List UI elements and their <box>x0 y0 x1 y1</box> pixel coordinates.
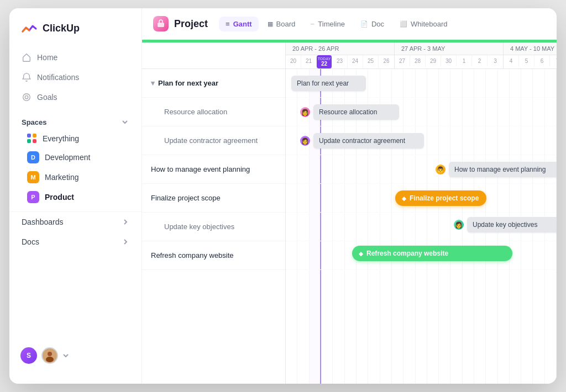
bar-7-label: Refresh company website <box>366 250 448 257</box>
date-cell: 6 <box>534 55 550 67</box>
gantt-bar-1[interactable]: Plan for next year <box>291 76 366 91</box>
svg-point-4 <box>46 357 54 362</box>
gantt-bar-2[interactable]: 👩 Resource allocation <box>313 104 399 120</box>
gantt-bar-4[interactable]: 👨 How to manage event planning <box>449 162 557 177</box>
date-cell: 25 <box>363 55 379 68</box>
gantt-area: 20 APR - 26 APR 20 21 TODAY 22 23 24 <box>142 40 557 384</box>
logo: ClickUp <box>9 19 142 48</box>
label-row-6: Update key objectives <box>142 213 285 241</box>
date-cell-today: TODAY 22 <box>317 55 332 68</box>
spaces-header: Spaces <box>9 111 142 130</box>
date-cell: 20 <box>286 55 301 68</box>
date-cell: 1 <box>457 55 472 67</box>
label-row-2: Resource allocation <box>142 98 285 126</box>
date-cell: 3 <box>488 55 503 67</box>
avatar-user1: S <box>20 347 37 364</box>
sidebar-item-notifications[interactable]: Notifications <box>15 68 136 87</box>
user-photo-icon <box>43 348 57 363</box>
date-group-1-label: 20 APR - 26 APR <box>286 43 394 55</box>
date-header: 20 APR - 26 APR 20 21 TODAY 22 23 24 <box>142 43 557 69</box>
tab-timeline[interactable]: ⏤ Timeline <box>304 17 352 31</box>
sidebar-notifications-label: Notifications <box>37 73 79 82</box>
tab-bar: ≡ Gantt ▦ Board ⏤ Timeline 📄 Doc ⬜ Wh <box>219 17 546 31</box>
date-group-3-label: 4 MAY - 10 MAY <box>504 43 557 55</box>
dashboards-label: Dashboards <box>22 218 64 226</box>
bar-3-label: Update contractor agreement <box>319 137 405 145</box>
whiteboard-icon: ⬜ <box>400 20 407 28</box>
sidebar-item-development[interactable]: D Development <box>15 147 136 167</box>
project-icon <box>153 16 169 31</box>
date-groups-container: 20 APR - 26 APR 20 21 TODAY 22 23 24 <box>286 43 557 68</box>
date-cell: 30 <box>441 55 457 67</box>
task-label-5: Finalize project scope <box>151 194 221 202</box>
label-row-4: How to manage event planning <box>142 155 285 184</box>
task-label-7: Refresh company website <box>151 251 234 259</box>
gantt-bar-6[interactable]: 👩 Update key objectives <box>467 217 557 232</box>
dropdown-icon[interactable] <box>62 352 69 359</box>
sidebar-item-product[interactable]: P Product <box>15 187 136 207</box>
project-icon-svg <box>156 19 165 28</box>
tab-whiteboard[interactable]: ⬜ Whiteboard <box>393 17 454 31</box>
spaces-label: Spaces <box>22 118 47 126</box>
sidebar-home-label: Home <box>37 53 57 62</box>
date-cell: 27 <box>395 55 410 67</box>
bar-4-label: How to manage event planning <box>454 166 546 173</box>
bar-1-label: Plan for next year <box>297 80 349 87</box>
diamond-green-icon: ◆ <box>359 251 363 257</box>
gantt-bar-7[interactable]: ◆ Refresh company website <box>352 246 512 261</box>
chevron-row1: ▾ <box>151 79 155 87</box>
app-name: ClickUp <box>43 23 80 34</box>
gantt-bar-5[interactable]: ◆ Finalize project scope <box>395 190 486 206</box>
topbar: Project ≡ Gantt ▦ Board ⏤ Timeline 📄 Doc <box>142 8 557 40</box>
sidebar-item-goals[interactable]: Goals <box>15 88 136 107</box>
mkt-badge: M <box>27 171 39 183</box>
tab-doc[interactable]: 📄 Doc <box>354 17 391 31</box>
date-group-2-label: 27 APR - 3 MAY <box>395 43 503 55</box>
bar-3-avatar: 👩 <box>299 135 311 147</box>
sidebar-item-everything[interactable]: Everything <box>15 130 136 147</box>
gantt-bar-3[interactable]: 👩 Update contractor agreement <box>313 133 424 149</box>
date-group-1-cells: 20 21 TODAY 22 23 24 25 26 <box>286 55 394 68</box>
date-cell: 28 <box>410 55 426 67</box>
label-row-7: Refresh company website <box>142 241 285 270</box>
tab-timeline-label: Timeline <box>318 20 345 28</box>
label-row-5: Finalize project scope <box>142 184 285 213</box>
date-cell: 29 <box>426 55 441 67</box>
label-header-spacer <box>142 43 286 68</box>
date-cell: 5 <box>519 55 534 67</box>
chevron-right-docs-icon <box>122 238 129 246</box>
avatar-user2 <box>41 347 58 364</box>
date-group-3: 4 MAY - 10 MAY 4 5 6 7 8 9 10 11 12 <box>504 43 557 68</box>
task-label-6: Update key objectives <box>164 223 234 231</box>
chevron-down-icon <box>120 118 129 126</box>
gantt-labels: ▾ Plan for next year Resource allocation… <box>142 69 286 384</box>
bar-2-avatar: 👩 <box>299 106 311 118</box>
sidebar-item-marketing[interactable]: M Marketing <box>15 167 136 187</box>
diamond-icon: ◆ <box>402 195 406 202</box>
sidebar-item-home[interactable]: Home <box>15 48 136 67</box>
bar-6-label: Update key objectives <box>473 221 537 229</box>
tab-gantt[interactable]: ≡ Gantt <box>219 17 259 31</box>
date-group-2-cells: 27 28 29 30 1 2 3 <box>395 55 503 67</box>
chevron-right-icon <box>122 218 129 226</box>
spaces-list: Everything D Development M Marketing P P… <box>9 130 142 207</box>
label-row-1: ▾ Plan for next year <box>142 69 285 98</box>
date-cell: 4 <box>504 55 519 67</box>
date-cell: 26 <box>379 55 394 68</box>
sidebar-item-dashboards[interactable]: Dashboards <box>9 211 142 232</box>
tab-whiteboard-label: Whiteboard <box>411 20 447 28</box>
svg-rect-5 <box>158 23 164 27</box>
project-title: Project <box>174 18 208 30</box>
bell-icon <box>22 72 32 82</box>
sidebar-item-docs[interactable]: Docs <box>9 232 142 252</box>
tab-board[interactable]: ▦ Board <box>261 17 302 31</box>
app-container: ClickUp Home Notifications Goals <box>9 8 557 384</box>
dev-badge: D <box>27 151 39 163</box>
bar-6-avatar: 👩 <box>453 219 465 231</box>
svg-point-1 <box>25 96 28 98</box>
timeline-icon: ⏤ <box>311 20 315 27</box>
doc-icon: 📄 <box>360 20 368 28</box>
task-label-3: Update contractor agreement <box>164 136 258 145</box>
date-groups-row: 20 APR - 26 APR 20 21 TODAY 22 23 24 <box>286 43 557 68</box>
date-group-1: 20 APR - 26 APR 20 21 TODAY 22 23 24 <box>286 43 395 68</box>
